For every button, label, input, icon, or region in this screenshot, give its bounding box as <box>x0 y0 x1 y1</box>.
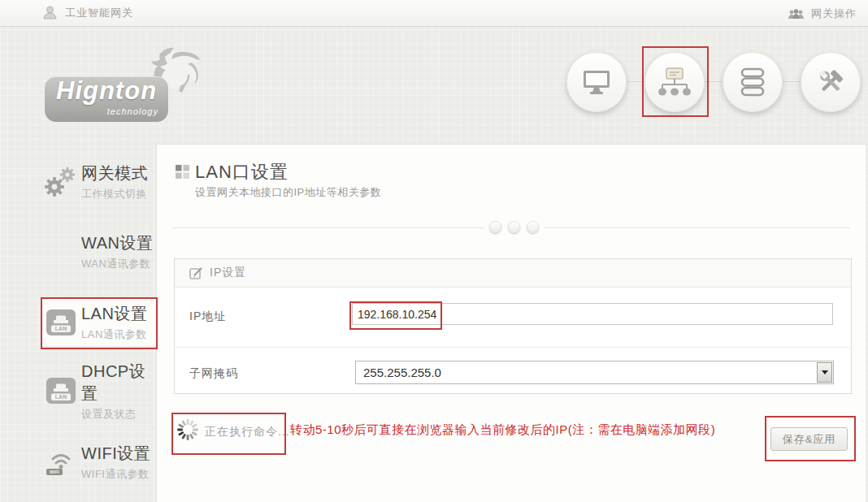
blocks-icon <box>176 165 189 179</box>
ip-address-label: IP地址 <box>189 309 226 324</box>
app-title: 工业智能网关 <box>65 6 133 20</box>
hignton-logo: Hignton technology <box>45 47 207 125</box>
wifi-icon: WIFI <box>41 448 81 476</box>
subnet-mask-label: 子网掩码 <box>189 366 238 381</box>
sidebar-item-title: DHCP设置 <box>81 361 156 405</box>
sidebar-item-title: WIFI设置 <box>81 443 156 465</box>
pager-dot[interactable] <box>527 221 539 233</box>
ip-address-input[interactable] <box>352 303 833 325</box>
topbar: 工业智能网关 网关操作 <box>0 0 868 27</box>
loading-status-text: 正在执行命令... <box>205 425 290 439</box>
chevron-down-icon <box>822 370 828 374</box>
logo-plate: Hignton technology <box>45 76 168 122</box>
page-title: LAN口设置 <box>195 160 289 184</box>
field-row-divider <box>174 347 850 348</box>
gears-icon <box>41 164 81 200</box>
sidebar-item-title: 网关模式 <box>81 162 156 184</box>
tools-icon <box>815 67 846 97</box>
nav-database-button[interactable] <box>723 52 783 112</box>
subnet-mask-value: 255.255.255.0 <box>356 366 816 379</box>
lan-port-icon: LAN <box>41 309 81 335</box>
pager-dots <box>484 221 544 233</box>
database-icon <box>740 67 765 97</box>
network-topology-icon <box>656 67 693 97</box>
nav-tools-button[interactable] <box>801 52 861 112</box>
nav-monitor-button[interactable] <box>566 52 627 112</box>
gateway-actions-label: 网关操作 <box>811 6 857 21</box>
ip-settings-title: IP设置 <box>210 266 246 280</box>
sidebar-item-dhcp-settings[interactable]: LAN DHCP设置 设置及状态 <box>41 367 156 414</box>
logo-brand: Hignton <box>56 76 157 106</box>
gateway-actions[interactable]: 网关操作 <box>788 6 857 21</box>
lan-port-icon-label: LAN <box>55 394 67 400</box>
sidebar-item-wifi-settings[interactable]: WIFI WIFI设置 WIFI通讯参数 <box>41 439 156 486</box>
subnet-mask-select[interactable]: 255.255.255.0 <box>355 361 834 384</box>
save-apply-button[interactable]: 保存&应用 <box>770 427 848 451</box>
dropdown-button[interactable] <box>817 362 832 383</box>
sidebar-item-title: LAN设置 <box>81 303 156 325</box>
sidebar-item-subtitle: LAN通讯参数 <box>81 327 156 342</box>
edit-icon <box>189 266 202 279</box>
wifi-icon-label: WIFI <box>50 470 59 474</box>
logo-tagline: technology <box>107 106 158 116</box>
sidebar-item-lan-settings[interactable]: LAN LAN设置 LAN通讯参数 <box>41 299 156 346</box>
ip-settings-header: IP设置 <box>175 259 851 288</box>
sidebar-item-gateway-mode[interactable]: 网关模式 工作模式切换 <box>41 159 156 205</box>
nav-network-button[interactable] <box>644 52 705 112</box>
lan-port-icon: LAN <box>41 378 81 404</box>
users-icon <box>788 8 805 20</box>
pager-dot[interactable] <box>489 221 501 233</box>
sidebar-item-subtitle: WIFI通讯参数 <box>81 467 156 482</box>
hint-text: 转动5-10秒后可直接在浏览器输入当前修改后的IP(注：需在电脑端添加网段) <box>290 422 715 438</box>
lan-port-icon-label: LAN <box>55 326 67 331</box>
topbar-left: 工业智能网关 <box>42 5 133 20</box>
monitor-icon <box>581 69 612 95</box>
sidebar-item-title: WAN设置 <box>81 232 156 254</box>
spinner-icon <box>176 418 200 442</box>
pager-dot[interactable] <box>508 221 520 233</box>
sidebar-item-subtitle: 设置及状态 <box>81 407 156 422</box>
sidebar-item-wan-settings[interactable]: WAN设置 WAN通讯参数 <box>41 231 156 273</box>
sidebar-item-subtitle: 工作模式切换 <box>81 187 156 201</box>
page-subtitle: 设置网关本地接口的IP地址等相关参数 <box>195 185 381 200</box>
user-icon <box>42 5 58 20</box>
sidebar-item-subtitle: WAN通讯参数 <box>81 257 156 271</box>
